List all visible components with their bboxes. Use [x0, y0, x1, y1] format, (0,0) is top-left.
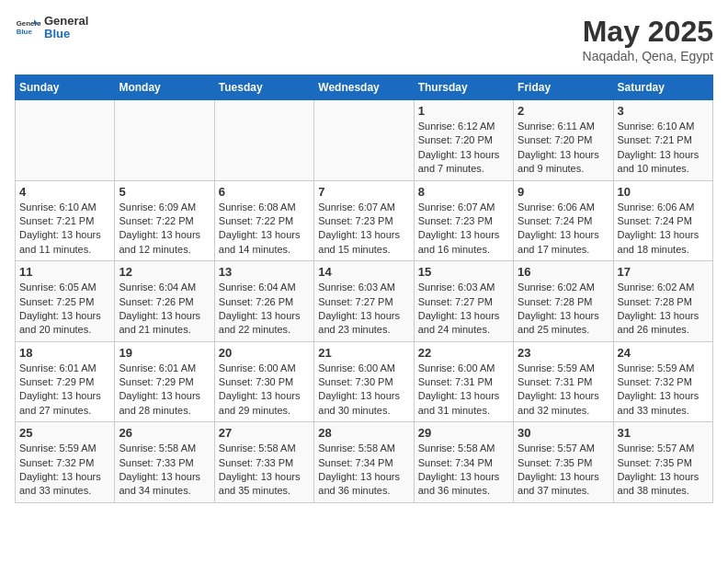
- day-info: Sunrise: 6:00 AM Sunset: 7:31 PM Dayligh…: [418, 362, 509, 419]
- day-number: 31: [618, 426, 709, 440]
- col-monday: Monday: [115, 75, 214, 100]
- col-wednesday: Wednesday: [314, 75, 414, 100]
- day-info: Sunrise: 5:59 AM Sunset: 7:32 PM Dayligh…: [19, 442, 110, 499]
- logo-general-text: General: [44, 15, 88, 28]
- calendar-cell: 13Sunrise: 6:04 AM Sunset: 7:26 PM Dayli…: [214, 261, 313, 342]
- day-info: Sunrise: 6:04 AM Sunset: 7:26 PM Dayligh…: [119, 281, 210, 338]
- day-info: Sunrise: 6:03 AM Sunset: 7:27 PM Dayligh…: [318, 281, 409, 338]
- calendar-cell: 31Sunrise: 5:57 AM Sunset: 7:35 PM Dayli…: [613, 422, 712, 503]
- day-info: Sunrise: 6:02 AM Sunset: 7:28 PM Dayligh…: [618, 281, 709, 338]
- calendar-cell: 14Sunrise: 6:03 AM Sunset: 7:27 PM Dayli…: [314, 261, 414, 342]
- day-info: Sunrise: 6:07 AM Sunset: 7:23 PM Dayligh…: [318, 201, 409, 258]
- calendar-cell: 18Sunrise: 6:01 AM Sunset: 7:29 PM Dayli…: [16, 341, 115, 422]
- logo-text: General Blue: [44, 15, 88, 41]
- calendar-cell: 21Sunrise: 6:00 AM Sunset: 7:30 PM Dayli…: [314, 341, 414, 422]
- day-info: Sunrise: 5:58 AM Sunset: 7:33 PM Dayligh…: [219, 442, 310, 499]
- day-number: 21: [318, 346, 409, 360]
- calendar-cell: 29Sunrise: 5:58 AM Sunset: 7:34 PM Dayli…: [414, 422, 513, 503]
- day-info: Sunrise: 6:01 AM Sunset: 7:29 PM Dayligh…: [119, 362, 210, 419]
- day-number: 14: [318, 265, 409, 279]
- calendar-cell: 26Sunrise: 5:58 AM Sunset: 7:33 PM Dayli…: [115, 422, 214, 503]
- day-number: 12: [119, 265, 210, 279]
- svg-text:Blue: Blue: [17, 28, 33, 36]
- calendar-cell: 17Sunrise: 6:02 AM Sunset: 7:28 PM Dayli…: [613, 261, 712, 342]
- logo: General Blue General Blue: [15, 15, 88, 41]
- calendar-cell: 25Sunrise: 5:59 AM Sunset: 7:32 PM Dayli…: [16, 422, 115, 503]
- day-info: Sunrise: 6:11 AM Sunset: 7:20 PM Dayligh…: [518, 120, 609, 177]
- calendar-cell: 2Sunrise: 6:11 AM Sunset: 7:20 PM Daylig…: [514, 100, 613, 181]
- day-number: 2: [518, 104, 609, 118]
- day-number: 28: [318, 426, 409, 440]
- calendar-cell: 27Sunrise: 5:58 AM Sunset: 7:33 PM Dayli…: [214, 422, 313, 503]
- day-info: Sunrise: 6:03 AM Sunset: 7:27 PM Dayligh…: [418, 281, 509, 338]
- day-number: 7: [318, 185, 409, 199]
- title-area: May 2025 Naqadah, Qena, Egypt: [583, 15, 713, 63]
- calendar-cell: 4Sunrise: 6:10 AM Sunset: 7:21 PM Daylig…: [16, 180, 115, 261]
- day-number: 15: [418, 265, 509, 279]
- day-info: Sunrise: 5:58 AM Sunset: 7:34 PM Dayligh…: [418, 442, 509, 499]
- calendar-cell: [214, 100, 313, 181]
- logo-blue-text: Blue: [44, 28, 88, 40]
- day-info: Sunrise: 5:57 AM Sunset: 7:35 PM Dayligh…: [518, 442, 609, 499]
- day-number: 17: [618, 265, 709, 279]
- calendar-cell: 20Sunrise: 6:00 AM Sunset: 7:30 PM Dayli…: [214, 341, 313, 422]
- calendar-week-2: 4Sunrise: 6:10 AM Sunset: 7:21 PM Daylig…: [16, 180, 713, 261]
- day-info: Sunrise: 6:10 AM Sunset: 7:21 PM Dayligh…: [618, 120, 709, 177]
- location-subtitle: Naqadah, Qena, Egypt: [583, 49, 713, 63]
- day-info: Sunrise: 6:02 AM Sunset: 7:28 PM Dayligh…: [518, 281, 609, 338]
- header: General Blue General Blue May 2025 Naqad…: [15, 15, 713, 63]
- day-info: Sunrise: 6:12 AM Sunset: 7:20 PM Dayligh…: [418, 120, 509, 177]
- calendar-cell: 28Sunrise: 5:58 AM Sunset: 7:34 PM Dayli…: [314, 422, 414, 503]
- day-number: 27: [219, 426, 310, 440]
- calendar-cell: 22Sunrise: 6:00 AM Sunset: 7:31 PM Dayli…: [414, 341, 513, 422]
- col-tuesday: Tuesday: [214, 75, 313, 100]
- calendar-cell: 16Sunrise: 6:02 AM Sunset: 7:28 PM Dayli…: [514, 261, 613, 342]
- calendar-week-1: 1Sunrise: 6:12 AM Sunset: 7:20 PM Daylig…: [16, 100, 713, 181]
- day-number: 20: [219, 346, 310, 360]
- day-number: 26: [119, 426, 210, 440]
- calendar-cell: 5Sunrise: 6:09 AM Sunset: 7:22 PM Daylig…: [115, 180, 214, 261]
- calendar-cell: 6Sunrise: 6:08 AM Sunset: 7:22 PM Daylig…: [214, 180, 313, 261]
- day-info: Sunrise: 6:05 AM Sunset: 7:25 PM Dayligh…: [19, 281, 110, 338]
- day-number: 22: [418, 346, 509, 360]
- calendar-cell: 19Sunrise: 6:01 AM Sunset: 7:29 PM Dayli…: [115, 341, 214, 422]
- day-number: 4: [19, 185, 110, 199]
- day-number: 6: [219, 185, 310, 199]
- day-number: 11: [19, 265, 110, 279]
- day-number: 16: [518, 265, 609, 279]
- calendar-table: Sunday Monday Tuesday Wednesday Thursday…: [15, 75, 713, 503]
- calendar-cell: 3Sunrise: 6:10 AM Sunset: 7:21 PM Daylig…: [613, 100, 712, 181]
- day-info: Sunrise: 5:57 AM Sunset: 7:35 PM Dayligh…: [618, 442, 709, 499]
- calendar-cell: 8Sunrise: 6:07 AM Sunset: 7:23 PM Daylig…: [414, 180, 513, 261]
- day-number: 30: [518, 426, 609, 440]
- calendar-week-3: 11Sunrise: 6:05 AM Sunset: 7:25 PM Dayli…: [16, 261, 713, 342]
- logo-icon: General Blue: [15, 15, 40, 40]
- calendar-cell: 12Sunrise: 6:04 AM Sunset: 7:26 PM Dayli…: [115, 261, 214, 342]
- calendar-cell: [16, 100, 115, 181]
- day-info: Sunrise: 6:00 AM Sunset: 7:30 PM Dayligh…: [219, 362, 310, 419]
- day-number: 24: [618, 346, 709, 360]
- col-friday: Friday: [514, 75, 613, 100]
- day-info: Sunrise: 6:01 AM Sunset: 7:29 PM Dayligh…: [19, 362, 110, 419]
- calendar-cell: 30Sunrise: 5:57 AM Sunset: 7:35 PM Dayli…: [514, 422, 613, 503]
- calendar-cell: 7Sunrise: 6:07 AM Sunset: 7:23 PM Daylig…: [314, 180, 414, 261]
- calendar-week-5: 25Sunrise: 5:59 AM Sunset: 7:32 PM Dayli…: [16, 422, 713, 503]
- col-saturday: Saturday: [613, 75, 712, 100]
- day-number: 5: [119, 185, 210, 199]
- day-info: Sunrise: 6:04 AM Sunset: 7:26 PM Dayligh…: [219, 281, 310, 338]
- day-info: Sunrise: 5:59 AM Sunset: 7:31 PM Dayligh…: [518, 362, 609, 419]
- day-number: 19: [119, 346, 210, 360]
- day-info: Sunrise: 5:59 AM Sunset: 7:32 PM Dayligh…: [618, 362, 709, 419]
- calendar-cell: 24Sunrise: 5:59 AM Sunset: 7:32 PM Dayli…: [613, 341, 712, 422]
- day-number: 23: [518, 346, 609, 360]
- calendar-cell: 9Sunrise: 6:06 AM Sunset: 7:24 PM Daylig…: [514, 180, 613, 261]
- day-info: Sunrise: 5:58 AM Sunset: 7:34 PM Dayligh…: [318, 442, 409, 499]
- day-number: 10: [618, 185, 709, 199]
- day-number: 3: [618, 104, 709, 118]
- calendar-cell: [115, 100, 214, 181]
- day-number: 18: [19, 346, 110, 360]
- day-number: 9: [518, 185, 609, 199]
- calendar-cell: 23Sunrise: 5:59 AM Sunset: 7:31 PM Dayli…: [514, 341, 613, 422]
- day-info: Sunrise: 6:08 AM Sunset: 7:22 PM Dayligh…: [219, 201, 310, 258]
- day-info: Sunrise: 6:06 AM Sunset: 7:24 PM Dayligh…: [618, 201, 709, 258]
